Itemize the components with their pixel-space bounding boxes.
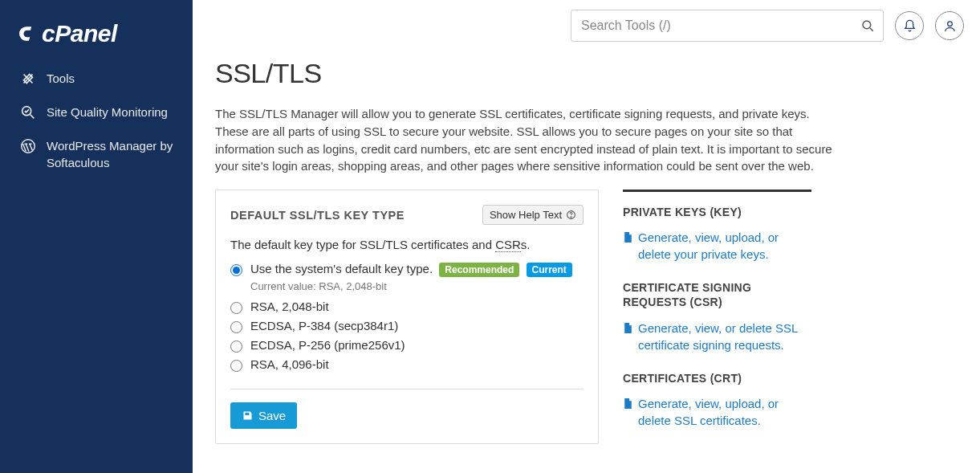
- user-icon: [943, 19, 957, 33]
- radio-option-rsa2048[interactable]: RSA, 2,048-bit: [230, 297, 584, 316]
- search-box[interactable]: [571, 10, 884, 42]
- content: SSL/TLS The SSL/TLS Manager will allow y…: [193, 51, 980, 473]
- help-button-label: Show Help Text: [490, 209, 562, 221]
- page-title: SSL/TLS: [215, 58, 958, 89]
- link-text: Generate, view, or delete SSL certificat…: [638, 320, 811, 353]
- current-badge: Current: [527, 263, 572, 277]
- logo-mark: [19, 23, 40, 44]
- card-subdescription: The default key type for SSL/TLS certifi…: [230, 238, 584, 251]
- section-divider: [623, 190, 811, 192]
- radio-label: Use the system's default key type.: [250, 262, 433, 275]
- main-area: SSL/TLS The SSL/TLS Manager will allow y…: [193, 0, 980, 473]
- bell-icon: [903, 19, 917, 33]
- tools-icon: [19, 70, 37, 88]
- sidebar-item-label: Site Quality Monitoring: [47, 104, 168, 120]
- save-icon: [242, 410, 254, 422]
- magnifier-check-icon: [19, 104, 37, 121]
- radio-input[interactable]: [230, 302, 242, 314]
- sidebar-item-label: WordPress Manager by Softaculous: [47, 137, 173, 171]
- svg-point-3: [947, 21, 952, 26]
- csr-abbr: CSR: [495, 238, 521, 252]
- wordpress-icon: [19, 137, 37, 155]
- sidebar-item-label: Tools: [47, 70, 75, 87]
- link-private-keys[interactable]: Generate, view, upload, or delete your p…: [623, 229, 811, 263]
- file-icon: [623, 231, 633, 243]
- save-button[interactable]: Save: [230, 402, 297, 429]
- sidebar-item-wordpress[interactable]: WordPress Manager by Softaculous: [0, 129, 193, 179]
- radio-option-ecdsa384[interactable]: ECDSA, P-384 (secp384r1): [230, 316, 584, 336]
- radio-input[interactable]: [230, 264, 242, 276]
- section-heading-keys: PRIVATE KEYS (KEY): [623, 205, 811, 219]
- radio-label: RSA, 4,096-bit: [250, 357, 329, 371]
- radio-option-default[interactable]: Use the system's default key type. Recom…: [230, 259, 584, 279]
- sidebar-item-tools[interactable]: Tools: [0, 62, 193, 96]
- radio-label: ECDSA, P-256 (prime256v1): [250, 338, 405, 352]
- question-circle-icon: [566, 210, 576, 220]
- link-text: Generate, view, upload, or delete your p…: [638, 229, 811, 263]
- notifications-button[interactable]: [895, 11, 924, 40]
- divider: [230, 389, 584, 389]
- svg-point-2: [863, 21, 871, 29]
- save-label: Save: [258, 409, 286, 422]
- right-column: PRIVATE KEYS (KEY) Generate, view, uploa…: [623, 190, 811, 446]
- sidebar: cPanel Tools Site Quality Monitoring Wor…: [0, 0, 193, 473]
- radio-input[interactable]: [230, 340, 242, 353]
- show-help-button[interactable]: Show Help Text: [482, 205, 584, 225]
- sidebar-item-site-quality[interactable]: Site Quality Monitoring: [0, 96, 193, 129]
- brand-logo: cPanel: [0, 20, 193, 62]
- brand-text: cPanel: [42, 20, 117, 47]
- radio-label: RSA, 2,048-bit: [250, 300, 329, 313]
- account-button[interactable]: [935, 11, 964, 40]
- page-description: The SSL/TLS Manager will allow you to ge…: [215, 105, 841, 175]
- default-key-type-card: DEFAULT SSL/TLS KEY TYPE Show Help Text …: [215, 190, 599, 444]
- file-icon: [623, 398, 633, 410]
- radio-input[interactable]: [230, 321, 242, 333]
- section-heading-crt: CERTIFICATES (CRT): [623, 371, 811, 385]
- section-heading-csr: CERTIFICATE SIGNING REQUESTS (CSR): [623, 280, 811, 309]
- radio-option-rsa4096[interactable]: RSA, 4,096-bit: [230, 355, 584, 374]
- radio-input[interactable]: [230, 360, 242, 372]
- search-icon[interactable]: [860, 18, 875, 33]
- card-title: DEFAULT SSL/TLS KEY TYPE: [230, 209, 405, 222]
- search-input[interactable]: [581, 18, 860, 33]
- link-csr[interactable]: Generate, view, or delete SSL certificat…: [623, 320, 811, 353]
- link-certificates[interactable]: Generate, view, upload, or delete SSL ce…: [623, 395, 811, 429]
- svg-point-5: [571, 217, 571, 218]
- topbar: [193, 0, 980, 51]
- radio-option-ecdsa256[interactable]: ECDSA, P-256 (prime256v1): [230, 336, 584, 355]
- recommended-badge: Recommended: [439, 263, 519, 277]
- link-text: Generate, view, upload, or delete SSL ce…: [638, 395, 811, 429]
- file-icon: [623, 322, 633, 334]
- current-value-text: Current value: RSA, 2,048-bit: [250, 280, 584, 292]
- radio-label: ECDSA, P-384 (secp384r1): [250, 319, 398, 332]
